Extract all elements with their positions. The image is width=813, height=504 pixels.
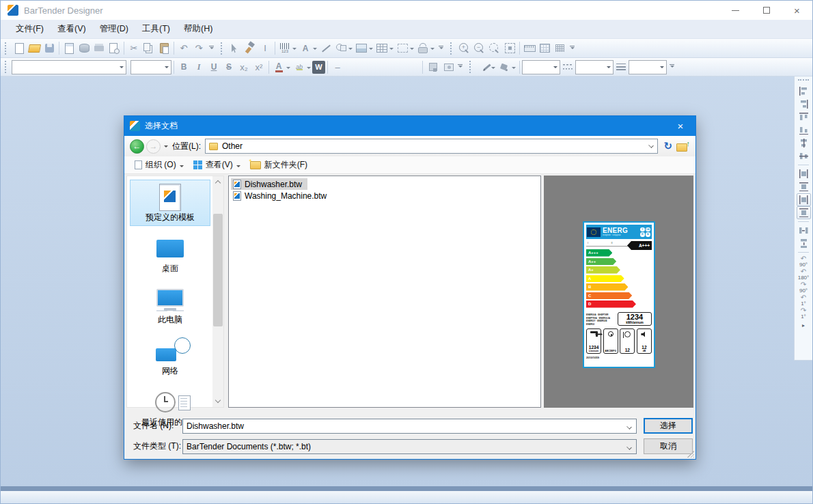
cancel-button[interactable]: 取消	[644, 438, 693, 454]
toolbar-overflow-button[interactable]	[208, 42, 215, 55]
align-justify-all-icon[interactable]	[405, 59, 420, 74]
sidebar-place-item[interactable]: 预定义的模板	[130, 180, 210, 226]
align-justify-icon[interactable]	[390, 59, 405, 74]
grid-icon[interactable]	[552, 41, 567, 56]
filename-dropdown-icon[interactable]	[626, 424, 632, 430]
align-left-icon[interactable]	[345, 59, 360, 74]
cut-icon[interactable]: ✂	[126, 41, 141, 56]
filetype-dropdown-icon[interactable]	[626, 445, 632, 450]
picture-effects-icon[interactable]	[440, 59, 455, 74]
barcode-tool-icon[interactable]: 123	[277, 41, 292, 56]
table-tool-icon[interactable]	[374, 41, 389, 56]
font-color-icon[interactable]: A	[271, 59, 286, 74]
menu-item[interactable]: 管理(D)	[93, 20, 135, 38]
dash-icon[interactable]: –	[330, 59, 345, 74]
menu-item[interactable]: 工具(T)	[135, 20, 177, 38]
address-combo[interactable]: Other	[205, 139, 658, 154]
zoom-selection-icon[interactable]	[487, 41, 502, 56]
filetype-combo[interactable]: BarTender Documents (*.btw; *.bt)	[182, 439, 637, 454]
font-color-dropdown-icon[interactable]	[286, 67, 290, 71]
highlight-dropdown-icon[interactable]	[307, 67, 311, 71]
rotate-button[interactable]: ↷ 1°	[798, 307, 810, 320]
print-icon[interactable]	[92, 41, 107, 56]
menu-item[interactable]: 文件(F)	[9, 20, 51, 38]
refresh-icon[interactable]: ↻	[663, 140, 672, 152]
dialog-close-button[interactable]: ×	[665, 116, 695, 136]
undo-icon[interactable]: ↶	[176, 41, 191, 56]
snap-to-grid-icon[interactable]	[537, 41, 552, 56]
rotate-button[interactable]: ↷ 90°	[798, 281, 810, 294]
view-menu[interactable]: 查看(V)	[189, 158, 245, 173]
print-preview-icon[interactable]	[107, 41, 122, 56]
align-vertical-centers-icon[interactable]	[797, 137, 811, 150]
dash-style-combo[interactable]	[575, 60, 614, 74]
align-top-edges-icon[interactable]	[797, 111, 811, 124]
maximize-button[interactable]	[751, 1, 782, 20]
paste-icon[interactable]	[156, 41, 171, 56]
font-size-combo[interactable]	[130, 60, 171, 74]
barcode-dropdown-icon[interactable]	[292, 48, 297, 52]
menu-item[interactable]: 帮助(H)	[177, 20, 219, 38]
toolbar-grip[interactable]	[5, 61, 9, 73]
history-dropdown-icon[interactable]	[164, 145, 168, 150]
toolbar-overflow-button[interactable]	[568, 42, 576, 55]
rotate-button[interactable]: ↶ 90°	[798, 255, 810, 268]
rotate-button[interactable]: ↶ 180°	[798, 268, 810, 281]
word-format-icon[interactable]: W	[312, 61, 325, 74]
underline-icon[interactable]: U	[206, 59, 221, 74]
close-button[interactable]: ×	[782, 1, 812, 20]
toolbar-grip[interactable]	[469, 61, 473, 73]
fill-color-icon[interactable]	[497, 59, 512, 74]
line-tool-icon[interactable]	[318, 41, 333, 56]
new-folder-button[interactable]: 新文件夹(F)	[245, 158, 312, 173]
rotate-button[interactable]: ↶ 1°	[798, 294, 810, 307]
equal-vertical-spacing-icon[interactable]	[797, 237, 811, 250]
up-one-level-button[interactable]: ↑	[676, 141, 690, 152]
italic-icon[interactable]: I	[191, 59, 206, 74]
address-dropdown-icon[interactable]	[649, 143, 654, 148]
page-setup-icon[interactable]	[61, 41, 77, 56]
center-in-template-horizontal-icon[interactable]	[797, 193, 811, 206]
image-tool-icon[interactable]	[354, 41, 369, 56]
subscript-icon[interactable]: x₂	[236, 59, 251, 74]
filename-combo[interactable]: Dishwasher.btw	[182, 419, 637, 434]
format-painter-icon[interactable]	[243, 41, 258, 56]
center-horizontally-icon[interactable]	[797, 167, 811, 180]
forward-button[interactable]: →	[146, 139, 161, 154]
new-document-icon[interactable]	[12, 41, 27, 56]
layout-grid-tool-icon[interactable]	[395, 41, 410, 56]
layout-dropdown-icon[interactable]	[410, 48, 414, 52]
sidebar-place-item[interactable]: 网络	[130, 333, 210, 380]
picture-position-icon[interactable]	[425, 59, 440, 74]
toolbar-overflow-button[interactable]	[456, 61, 464, 73]
redo-icon[interactable]: ↷	[191, 41, 206, 56]
copy-icon[interactable]	[141, 41, 156, 56]
shape-dropdown-icon[interactable]	[348, 48, 353, 52]
encoder-tool-icon[interactable]	[415, 41, 430, 56]
bold-icon[interactable]: B	[176, 59, 191, 74]
table-dropdown-icon[interactable]	[389, 48, 394, 52]
toolbar-grip[interactable]	[5, 42, 9, 55]
fill-color-dropdown-icon[interactable]	[512, 67, 516, 71]
align-center-icon[interactable]	[360, 59, 375, 74]
center-in-template-vertical-icon[interactable]	[797, 206, 811, 219]
select-button[interactable]: 选择	[644, 418, 693, 434]
scrollbar-thumb[interactable]	[213, 214, 223, 326]
align-bottom-edges-icon[interactable]	[797, 124, 811, 137]
line-style-combo[interactable]	[629, 60, 667, 74]
open-document-icon[interactable]	[27, 41, 42, 56]
zoom-out-icon[interactable]	[472, 41, 487, 56]
center-vertically-icon[interactable]	[797, 180, 811, 193]
toolbar-grip[interactable]	[221, 42, 225, 55]
resize-grip[interactable]	[687, 451, 694, 458]
scroll-down-icon[interactable]	[212, 396, 223, 407]
image-dropdown-icon[interactable]	[369, 48, 373, 52]
text-cursor-icon[interactable]: I	[258, 41, 273, 56]
align-horizontal-centers-icon[interactable]	[797, 150, 811, 163]
toolbar-grip[interactable]	[798, 79, 809, 82]
toolbar-overflow-button[interactable]	[668, 61, 676, 73]
zoom-in-icon[interactable]	[457, 41, 472, 56]
align-right-edges-icon[interactable]	[797, 98, 811, 111]
file-row[interactable]: Dishwasher.btw	[231, 178, 307, 190]
strikethrough-icon[interactable]: S	[221, 59, 236, 74]
